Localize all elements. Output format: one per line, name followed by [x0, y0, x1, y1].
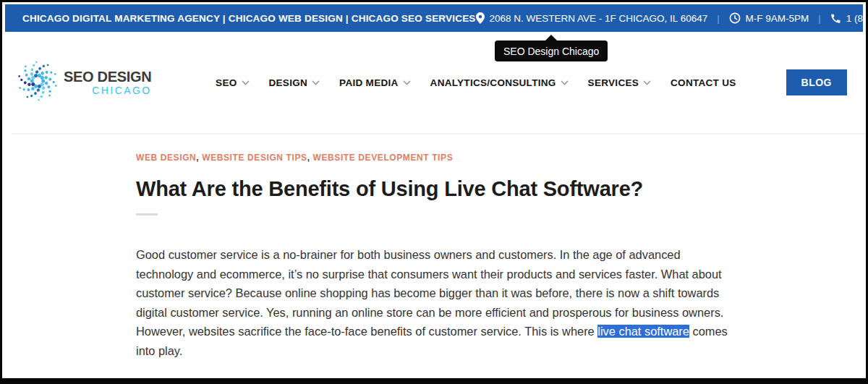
topbar: CHICAGO DIGITAL MARKETING AGENCY | CHICA…: [5, 4, 863, 32]
tooltip-text: SEO Design Chicago: [503, 46, 599, 57]
nav-label: ANALYTICS/CONSULTING: [430, 77, 556, 88]
category-link-web-design[interactable]: WEB DESIGN: [136, 153, 196, 163]
topbar-address-text: 2068 N. WESTERN AVE - 1F CHICAGO, IL 606…: [490, 13, 708, 24]
nav-label: DESIGN: [269, 77, 308, 88]
link-tooltip: SEO Design Chicago: [495, 40, 608, 61]
topbar-address[interactable]: 2068 N. WESTERN AVE - 1F CHICAGO, IL 606…: [476, 12, 708, 24]
page-title: What Are the Benefits of Using Live Chat…: [136, 177, 866, 201]
nav-label: SEO: [216, 77, 237, 88]
category-link-website-design-tips[interactable]: WEBSITE DESIGN TIPS: [202, 153, 307, 163]
chevron-down-icon: [242, 80, 250, 85]
chevron-down-icon: [312, 80, 320, 85]
logo-spiral-icon: [17, 60, 59, 105]
nav-item-design[interactable]: DESIGN: [269, 77, 320, 88]
logo-line2: CHICAGO: [64, 85, 151, 96]
chevron-down-icon: [403, 80, 411, 85]
nav-item-paid-media[interactable]: PAID MEDIA: [339, 77, 411, 88]
topbar-contact-info: 2068 N. WESTERN AVE - 1F CHICAGO, IL 606…: [476, 12, 868, 24]
topbar-hours: M-F 9AM-5PM: [729, 12, 809, 24]
clock-icon: [729, 12, 741, 24]
article-content: WEB DESIGN, WEBSITE DESIGN TIPS, WEBSITE…: [2, 135, 866, 361]
topbar-hours-text: M-F 9AM-5PM: [746, 13, 809, 24]
category-links: WEB DESIGN, WEBSITE DESIGN TIPS, WEBSITE…: [136, 153, 866, 163]
article-paragraph: Good customer service is a no-brainer fo…: [136, 245, 732, 361]
tooltip-arrow-icon: [545, 35, 557, 40]
nav-label: CONTACT US: [671, 77, 736, 88]
map-pin-icon: [476, 12, 485, 24]
phone-icon: [830, 13, 841, 24]
category-separator: ,: [307, 153, 313, 163]
logo-text: SEO DESIGN CHICAGO: [64, 69, 151, 96]
nav-label: SERVICES: [588, 77, 639, 88]
blog-button[interactable]: BLOG: [786, 69, 847, 95]
topbar-title: CHICAGO DIGITAL MARKETING AGENCY | CHICA…: [22, 13, 476, 24]
topbar-phone-text: 1 (872) 213-7314: [846, 13, 868, 24]
title-dash-divider: [136, 213, 158, 216]
live-chat-software-link-highlighted[interactable]: live chat software: [597, 325, 689, 338]
chevron-down-icon: [561, 80, 569, 85]
logo-line1: SEO DESIGN: [64, 69, 151, 85]
main-nav: SEO DESIGN PAID MEDIA ANALYTICS/CONSULTI…: [216, 69, 847, 95]
nav-item-seo[interactable]: SEO: [216, 77, 249, 88]
nav-item-analytics-consulting[interactable]: ANALYTICS/CONSULTING: [430, 77, 569, 88]
bottom-divider: [2, 377, 866, 378]
category-link-website-development-tips[interactable]: WEBSITE DEVELOPMENT TIPS: [313, 153, 454, 163]
nav-label: PAID MEDIA: [339, 77, 399, 88]
site-header: SEO DESIGN CHICAGO SEO DESIGN PAID MEDIA…: [2, 32, 866, 133]
topbar-phone[interactable]: 1 (872) 213-7314: [830, 13, 868, 24]
site-logo[interactable]: SEO DESIGN CHICAGO: [17, 60, 151, 105]
browser-page: CHICAGO DIGITAL MARKETING AGENCY | CHICA…: [0, 0, 868, 384]
nav-item-services[interactable]: SERVICES: [588, 77, 651, 88]
chevron-down-icon: [643, 80, 651, 85]
topbar-separator: |: [717, 13, 719, 24]
nav-item-contact-us[interactable]: CONTACT US: [671, 77, 736, 88]
topbar-separator: |: [818, 13, 820, 24]
